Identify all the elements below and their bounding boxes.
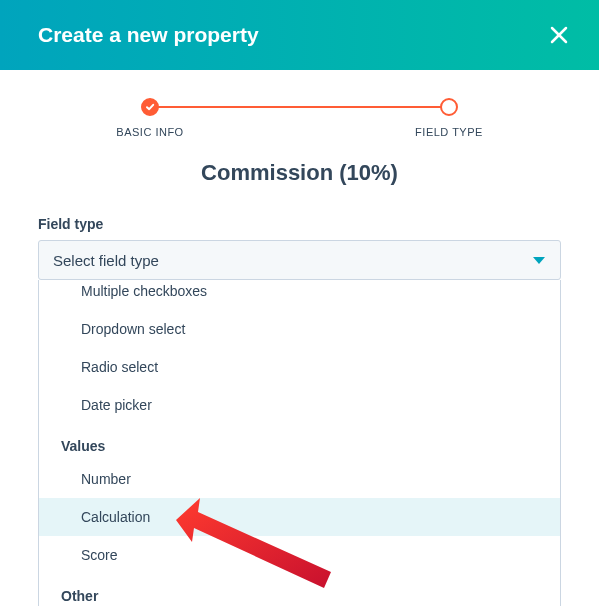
modal-title: Create a new property xyxy=(38,23,259,47)
step-label: BASIC INFO xyxy=(116,126,183,138)
chevron-down-icon xyxy=(532,252,546,269)
option-calculation[interactable]: Calculation xyxy=(39,498,560,536)
step-circle-icon xyxy=(440,98,458,116)
close-icon[interactable] xyxy=(549,25,569,45)
field-type-label: Field type xyxy=(38,216,561,232)
group-other: Other xyxy=(39,574,560,606)
option-score[interactable]: Score xyxy=(39,536,560,574)
field-type-form: Field type Select field type Multiple ch… xyxy=(0,216,599,606)
field-type-select[interactable]: Select field type xyxy=(38,240,561,280)
step-basic-info[interactable]: BASIC INFO xyxy=(100,98,200,138)
modal-header: Create a new property xyxy=(0,0,599,70)
option-number[interactable]: Number xyxy=(39,460,560,498)
check-icon xyxy=(141,98,159,116)
option-multiple-checkboxes[interactable]: Multiple checkboxes xyxy=(39,280,560,310)
option-radio-select[interactable]: Radio select xyxy=(39,348,560,386)
option-dropdown-select[interactable]: Dropdown select xyxy=(39,310,560,348)
option-date-picker[interactable]: Date picker xyxy=(39,386,560,424)
field-type-dropdown: Multiple checkboxes Dropdown select Radi… xyxy=(38,280,561,606)
select-placeholder: Select field type xyxy=(53,252,159,269)
stepper: BASIC INFO FIELD TYPE xyxy=(140,98,459,138)
step-label: FIELD TYPE xyxy=(415,126,483,138)
step-field-type[interactable]: FIELD TYPE xyxy=(399,98,499,138)
property-name-heading: Commission (10%) xyxy=(0,160,599,186)
svg-marker-2 xyxy=(533,257,545,264)
group-values: Values xyxy=(39,424,560,460)
